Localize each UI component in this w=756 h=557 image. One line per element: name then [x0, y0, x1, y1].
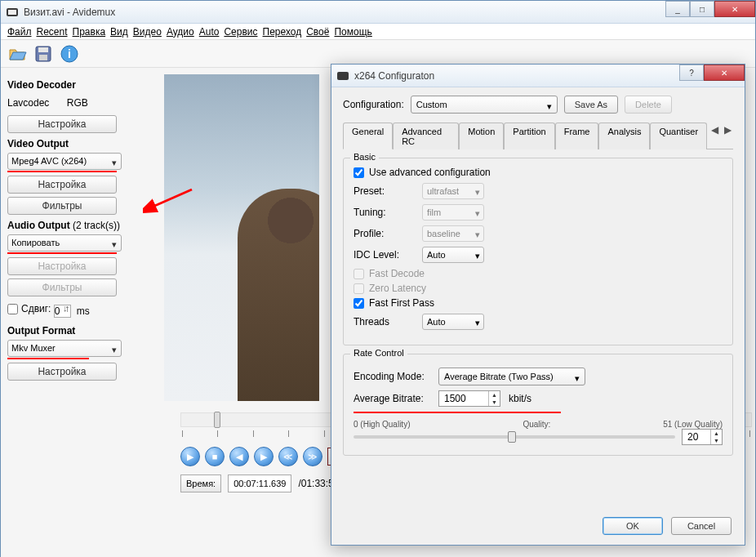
tab-frame[interactable]: Frame	[555, 123, 599, 149]
avg-bitrate-label: Average Bitrate:	[354, 393, 430, 404]
svg-rect-4	[39, 55, 47, 60]
lavcodec-label: Lavcodec	[7, 97, 49, 109]
quality-slider[interactable]	[354, 435, 675, 439]
fast-first-pass-checkbox[interactable]: Fast First Pass	[354, 297, 723, 309]
ok-button[interactable]: OK	[603, 517, 663, 535]
cancel-button[interactable]: Cancel	[671, 517, 732, 535]
close-button[interactable]: ✕	[714, 1, 755, 17]
play-button[interactable]: ▶	[180, 447, 200, 466]
tab-partition[interactable]: Partition	[504, 123, 554, 149]
video-preview	[164, 74, 319, 401]
dialog-help-button[interactable]: ?	[679, 65, 704, 81]
rgb-label: RGB	[67, 97, 88, 109]
svg-text:i: i	[68, 47, 71, 60]
quality-value-input[interactable]: 20 ▲▼	[682, 429, 723, 445]
annotation-underline	[7, 252, 117, 254]
zero-latency-checkbox: Zero Latency	[354, 283, 723, 294]
quality-high-label: 0 (High Quality)	[354, 420, 410, 429]
delete-button: Delete	[625, 96, 672, 114]
tab-motion[interactable]: Motion	[459, 123, 504, 149]
tab-scroll-right-icon[interactable]: ▶	[722, 122, 733, 138]
idc-label: IDC Level:	[354, 249, 414, 261]
menu-audio[interactable]: Аудио	[167, 26, 194, 38]
minimize-button[interactable]: _	[665, 1, 690, 17]
svg-rect-3	[38, 47, 48, 52]
avg-bitrate-input[interactable]: 1500 ▲▼	[438, 390, 500, 407]
menu-help[interactable]: Помощь	[334, 26, 371, 38]
quality-slider-thumb[interactable]	[508, 431, 516, 443]
quality-low-label: 51 (Low Quality)	[663, 420, 723, 429]
menu-video[interactable]: Видео	[133, 26, 162, 38]
svg-rect-1	[8, 10, 16, 15]
tuning-select: film	[422, 204, 484, 221]
menu-auto[interactable]: Auto	[199, 26, 220, 38]
dialog-tabs: General Advanced RC Motion Partition Fra…	[343, 122, 733, 149]
video-decoder-configure-button[interactable]: Настройка	[7, 115, 117, 133]
audio-configure-button: Настройка	[7, 257, 117, 275]
shift-value-input[interactable]: 0	[54, 305, 71, 318]
video-output-title: Video Output	[7, 138, 158, 149]
menu-tools[interactable]: Сервис	[224, 26, 257, 38]
tuning-label: Tuning:	[354, 207, 414, 218]
menu-file[interactable]: Файл	[7, 26, 32, 38]
threads-select[interactable]: Auto	[422, 314, 484, 330]
menu-go[interactable]: Переход	[263, 26, 302, 38]
next-frame-button[interactable]: ▶	[254, 447, 273, 466]
tab-quantiser[interactable]: Quantiser	[650, 123, 707, 149]
menu-custom[interactable]: Своё	[306, 26, 329, 38]
muxer-select[interactable]: Mkv Muxer	[7, 340, 122, 357]
dialog-close-button[interactable]: ✕	[704, 65, 745, 81]
enc-mode-label: Encoding Mode:	[354, 371, 430, 382]
basic-legend: Basic	[350, 152, 379, 162]
time-current[interactable]: 00:07:11.639	[228, 475, 291, 492]
tab-advanced-rc[interactable]: Advanced RC	[393, 123, 459, 149]
config-label: Configuration:	[343, 99, 404, 110]
tab-general[interactable]: General	[343, 123, 393, 149]
video-output-filters-button[interactable]: Фильтры	[7, 197, 117, 215]
left-panel: Video Decoder Lavcodec RGB Настройка Vid…	[1, 68, 164, 557]
output-format-title: Output Format	[7, 325, 158, 336]
tab-scroll-left-icon[interactable]: ◀	[709, 122, 720, 138]
maximize-button[interactable]: □	[690, 1, 714, 17]
open-icon[interactable]	[7, 44, 27, 64]
forward-button[interactable]: ≫	[303, 447, 322, 466]
format-configure-button[interactable]: Настройка	[7, 363, 117, 381]
menu-recent[interactable]: Recent	[37, 26, 68, 38]
app-icon	[6, 6, 19, 19]
video-decoder-title: Video Decoder	[7, 79, 158, 91]
save-icon[interactable]	[33, 44, 53, 64]
info-icon[interactable]: i	[60, 44, 79, 64]
menu-view[interactable]: Вид	[110, 26, 128, 38]
menubar: Файл Recent Правка Вид Видео Аудио Auto …	[1, 24, 755, 40]
audio-mode-select[interactable]: Копировать	[7, 234, 122, 252]
use-advanced-checkbox[interactable]: Use advanced configuration	[354, 167, 723, 178]
save-as-button[interactable]: Save As	[564, 96, 618, 114]
stop-button[interactable]: ■	[205, 447, 225, 466]
video-output-configure-button[interactable]: Настройка	[7, 176, 117, 194]
time-label: Время:	[180, 475, 221, 492]
rate-legend: Rate Control	[350, 348, 407, 358]
x264-config-dialog: x264 Configuraton ? ✕ Configuration: Cus…	[331, 64, 745, 546]
svg-rect-8	[337, 72, 349, 80]
rewind-button[interactable]: ≪	[278, 447, 298, 466]
video-content	[238, 189, 319, 401]
basic-group: Basic Use advanced configuration Preset:…	[343, 158, 733, 345]
preset-select: ultrafast	[422, 183, 484, 199]
video-codec-select[interactable]: Mpeg4 AVC (x264)	[7, 153, 122, 170]
annotation-underline	[354, 412, 561, 413]
tab-analysis[interactable]: Analysis	[598, 123, 650, 149]
rate-control-group: Rate Control Encoding Mode: Average Bitr…	[343, 354, 733, 456]
enc-mode-select[interactable]: Average Bitrate (Two Pass)	[438, 368, 585, 385]
main-titlebar: Визит.avi - Avidemux _ □ ✕	[1, 1, 755, 24]
config-select[interactable]: Custom	[411, 96, 558, 114]
scrubber-handle[interactable]	[214, 412, 220, 428]
menu-edit[interactable]: Правка	[73, 26, 106, 38]
profile-label: Profile:	[354, 228, 414, 239]
idc-select[interactable]: Auto	[422, 247, 484, 263]
annotation-underline	[7, 358, 89, 359]
profile-select: baseline	[422, 225, 484, 242]
prev-frame-button[interactable]: ◀	[229, 447, 249, 466]
quality-label: Quality:	[523, 420, 550, 429]
fast-decode-checkbox: Fast Decode	[354, 268, 723, 279]
shift-checkbox[interactable]: Сдвиг:	[7, 303, 51, 314]
